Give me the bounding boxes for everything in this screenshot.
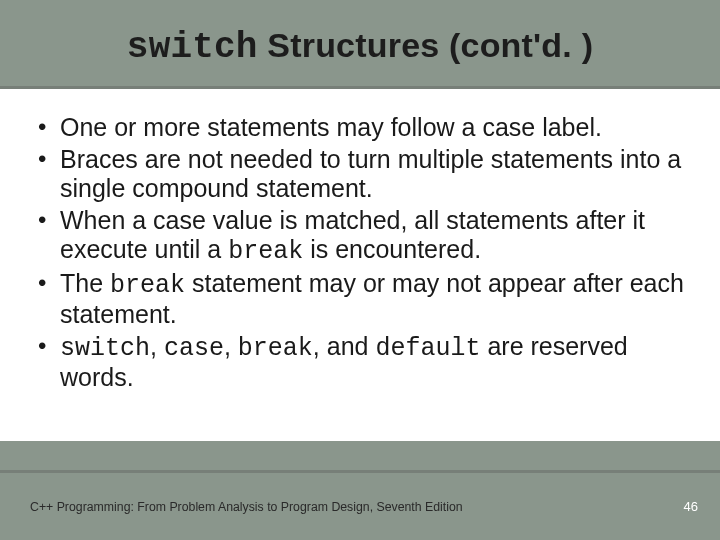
bullet-text: , xyxy=(150,332,164,360)
code-token: switch xyxy=(60,334,150,363)
bullet-text: , xyxy=(224,332,238,360)
bullet-list: One or more statements may follow a case… xyxy=(34,113,686,393)
bullet-text: One or more statements may follow a case… xyxy=(60,113,602,141)
slide-title: switch Structures (cont'd. ) xyxy=(20,26,700,68)
code-token: break xyxy=(238,334,313,363)
footer-text: C++ Programming: From Problem Analysis t… xyxy=(30,500,463,514)
code-token: break xyxy=(110,271,185,300)
page-number: 46 xyxy=(684,499,698,514)
list-item: One or more statements may follow a case… xyxy=(34,113,686,143)
code-token: case xyxy=(164,334,224,363)
footer-band: C++ Programming: From Problem Analysis t… xyxy=(0,470,720,540)
bullet-text: Braces are not needed to turn multiple s… xyxy=(60,145,681,203)
list-item: When a case value is matched, all statem… xyxy=(34,206,686,267)
title-band: switch Structures (cont'd. ) xyxy=(0,0,720,89)
code-token: break xyxy=(228,237,303,266)
bullet-text: is encountered. xyxy=(303,235,481,263)
code-token: default xyxy=(375,334,480,363)
bullet-text: , and xyxy=(313,332,376,360)
list-item: switch, case, break, and default are res… xyxy=(34,332,686,393)
title-code: switch xyxy=(127,27,258,68)
bullet-text: The xyxy=(60,269,110,297)
list-item: Braces are not needed to turn multiple s… xyxy=(34,145,686,204)
list-item: The break statement may or may not appea… xyxy=(34,269,686,330)
content-area: One or more statements may follow a case… xyxy=(0,89,720,441)
title-rest: Structures (cont'd. ) xyxy=(258,26,594,64)
